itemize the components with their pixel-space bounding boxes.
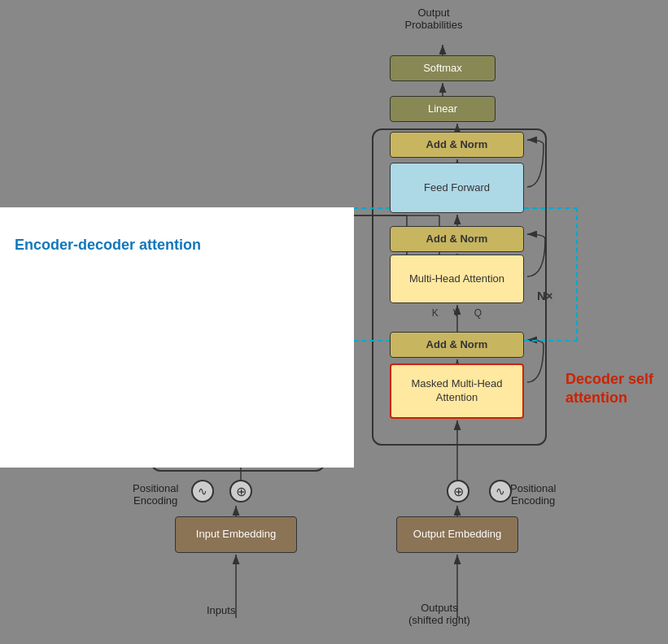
decoder-feed-forward: Feed Forward bbox=[390, 163, 524, 213]
encoder-wave-circle: ∿ bbox=[191, 480, 214, 503]
decoder-self-attention-label: Decoder self attention bbox=[565, 370, 668, 408]
v-label: V bbox=[453, 307, 460, 319]
encoder-plus-circle: ⊕ bbox=[229, 480, 252, 503]
k-label: K bbox=[432, 307, 439, 319]
outputs-label: Outputs(shifted right) bbox=[408, 602, 470, 626]
inputs-label: Inputs bbox=[207, 604, 235, 616]
masked-multi-head-attention: Masked Multi-Head Attention bbox=[390, 363, 524, 419]
decoder-add-norm-top: Add & Norm bbox=[390, 132, 524, 158]
decoder-plus-circle: ⊕ bbox=[447, 480, 469, 503]
decoder-nx-label: N× bbox=[537, 289, 553, 302]
q-label: Q bbox=[474, 307, 482, 319]
encoder-positional-encoding-label: PositionalEncoding bbox=[133, 482, 178, 507]
linear-block: Linear bbox=[390, 96, 496, 122]
decoder-cross-attention: Multi-Head Attention bbox=[390, 255, 524, 303]
encoder-decoder-attention-label: Encoder-decoder attention bbox=[15, 236, 201, 255]
decoder-add-norm-bottom: Add & Norm bbox=[390, 332, 524, 358]
decoder-positional-encoding-label: PositionalEncoding bbox=[510, 482, 556, 507]
output-embedding-block: Output Embedding bbox=[396, 516, 518, 553]
input-embedding-block: Input Embedding bbox=[175, 516, 297, 553]
output-probabilities-label: OutputProbabilities bbox=[381, 7, 487, 31]
kvq-labels: K V Q bbox=[390, 307, 524, 319]
decoder-wave-circle: ∿ bbox=[489, 480, 512, 503]
decoder-add-norm-middle: Add & Norm bbox=[390, 226, 524, 252]
softmax-block: Softmax bbox=[390, 55, 496, 81]
